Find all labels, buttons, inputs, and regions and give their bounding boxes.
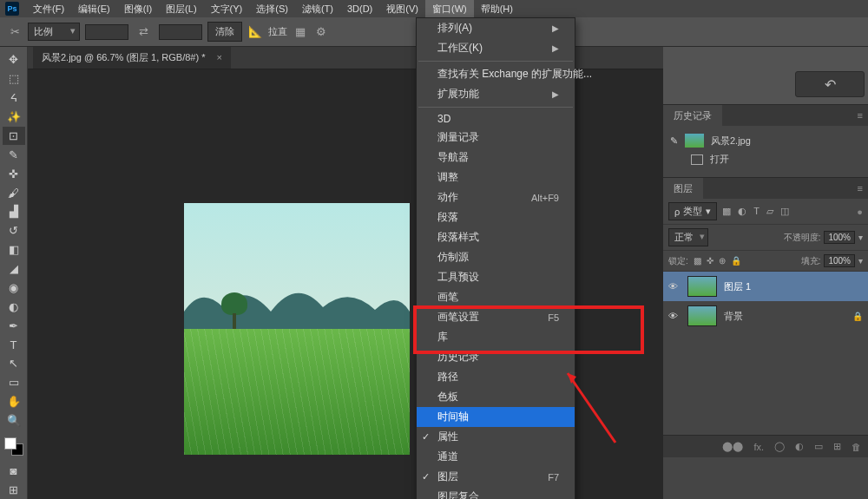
menu-0[interactable]: 文件(F)	[26, 0, 71, 18]
menu-item[interactable]: 动作Alt+F9	[417, 187, 575, 207]
heal-tool[interactable]: ✜	[3, 164, 25, 183]
menu-item[interactable]: 画笔设置F5	[417, 307, 575, 327]
document-tab[interactable]: 风景2.jpg @ 66.7% (图层 1, RGB/8#) * ×	[33, 47, 231, 69]
menu-item[interactable]: 工具预设	[417, 267, 575, 287]
layer-row[interactable]: 👁背景🔒	[663, 301, 868, 331]
mask-mode[interactable]: ◙	[3, 461, 25, 480]
marquee-tool[interactable]: ⬚	[3, 69, 25, 89]
menu-5[interactable]: 选择(S)	[249, 0, 295, 18]
ratio-select[interactable]: 比例	[28, 23, 80, 41]
history-snapshot[interactable]: ✎ 风景2.jpg	[668, 131, 863, 150]
link-icon[interactable]: ⬤⬤	[722, 441, 743, 452]
pen-tool[interactable]: ✒	[3, 316, 25, 335]
menu-item[interactable]: 色板	[417, 387, 575, 407]
opacity-value[interactable]: 100%	[824, 231, 855, 244]
menu-item[interactable]: 测量记录	[417, 128, 575, 148]
menu-1[interactable]: 编辑(E)	[71, 0, 117, 18]
menu-10[interactable]: 帮助(H)	[474, 0, 520, 18]
eraser-tool[interactable]: ◧	[3, 240, 25, 259]
layer-row[interactable]: 👁图层 1	[663, 272, 868, 301]
gradient-tool[interactable]: ◢	[3, 259, 25, 279]
menu-item[interactable]: 库	[417, 327, 575, 347]
swap-icon[interactable]: ⇄	[134, 25, 154, 38]
menu-item[interactable]: 路径	[417, 367, 575, 387]
canvas[interactable]	[184, 203, 410, 455]
history-step[interactable]: 打开	[668, 150, 863, 168]
filter-type-icon[interactable]: T	[753, 206, 760, 217]
menu-3[interactable]: 图层(L)	[159, 0, 203, 18]
group-icon[interactable]: ▭	[814, 441, 823, 452]
close-icon[interactable]: ×	[217, 52, 222, 62]
filter-toggle[interactable]: ●	[857, 207, 863, 217]
filter-pixel-icon[interactable]: ▩	[722, 206, 731, 217]
menu-item[interactable]: ✓图层F7	[417, 467, 575, 487]
zoom-tool[interactable]: 🔍	[3, 411, 25, 430]
visibility-icon[interactable]: 👁	[668, 281, 681, 292]
adjustment-icon[interactable]: ◐	[795, 441, 804, 452]
stamp-tool[interactable]: ▟	[3, 202, 25, 221]
layers-tab[interactable]: 图层	[663, 178, 703, 200]
ratio-w-field[interactable]	[85, 24, 128, 40]
lock-artboard-icon[interactable]: ⊕	[719, 256, 726, 266]
menu-item[interactable]: 查找有关 Exchange 的扩展功能...	[417, 64, 575, 84]
screen-mode[interactable]: ⊞	[3, 480, 25, 499]
menu-item[interactable]: 导航器	[417, 148, 575, 167]
eyedropper-tool[interactable]: ✎	[3, 145, 25, 164]
menu-9[interactable]: 窗口(W)	[425, 0, 474, 18]
filter-shape-icon[interactable]: ▱	[766, 206, 773, 217]
menu-item[interactable]: 仿制源	[417, 247, 575, 267]
filter-adjust-icon[interactable]: ◐	[738, 206, 746, 217]
blend-mode-select[interactable]: 正常	[668, 228, 708, 246]
menu-item[interactable]: 画笔	[417, 287, 575, 307]
mask-icon[interactable]: ◯	[774, 441, 785, 452]
visibility-icon[interactable]: 👁	[668, 311, 681, 321]
panel-menu-icon[interactable]: ≡	[852, 180, 868, 197]
fx-icon[interactable]: fx.	[753, 442, 764, 452]
menu-6[interactable]: 滤镜(T)	[295, 0, 340, 18]
menu-8[interactable]: 视图(V)	[379, 0, 425, 18]
wand-tool[interactable]: ✨	[3, 108, 25, 127]
menu-item[interactable]: 通道	[417, 447, 575, 467]
menu-item[interactable]: 历史记录	[417, 347, 575, 367]
shape-tool[interactable]: ▭	[3, 373, 25, 392]
menu-item[interactable]: ✓属性	[417, 427, 575, 447]
lasso-tool[interactable]: ᔦ	[3, 89, 25, 108]
menu-item[interactable]: 段落	[417, 207, 575, 227]
color-swatches[interactable]	[4, 437, 23, 456]
history-brush-tool[interactable]: ↺	[3, 221, 25, 240]
brush-tool[interactable]: 🖌	[3, 183, 25, 202]
lock-all-icon[interactable]: 🔒	[731, 256, 741, 266]
blur-tool[interactable]: ◉	[3, 279, 25, 298]
lock-position-icon[interactable]: ✜	[707, 256, 713, 266]
menu-item[interactable]: 3D	[417, 110, 575, 128]
crop-tool-icon[interactable]: ✂	[7, 24, 23, 40]
new-layer-icon[interactable]: ⊞	[833, 441, 841, 452]
menu-item[interactable]: 调整	[417, 167, 575, 187]
menu-item[interactable]: 图层复合	[417, 487, 575, 499]
clear-button[interactable]: 清除	[207, 22, 242, 42]
menu-4[interactable]: 文字(Y)	[204, 0, 250, 18]
panel-menu-icon[interactable]: ≡	[852, 107, 868, 124]
dodge-tool[interactable]: ◐	[3, 297, 25, 316]
move-tool[interactable]: ✥	[3, 50, 25, 69]
crop-tool[interactable]: ⊡	[3, 127, 25, 146]
menu-7[interactable]: 3D(D)	[340, 1, 379, 16]
hand-tool[interactable]: ✋	[3, 392, 25, 411]
trash-icon[interactable]: 🗑	[852, 442, 861, 452]
type-tool[interactable]: T	[3, 335, 25, 354]
filter-smart-icon[interactable]: ◫	[780, 206, 789, 217]
menu-item[interactable]: 时间轴	[417, 407, 575, 427]
menu-item[interactable]: 工作区(K)▶	[417, 38, 575, 58]
lock-pixels-icon[interactable]: ▩	[694, 256, 701, 266]
menu-item[interactable]: 段落样式	[417, 227, 575, 247]
straighten-icon[interactable]: 📐	[247, 24, 263, 40]
gear-icon[interactable]: ⚙	[313, 24, 329, 40]
filter-type-select[interactable]: ρ 类型 ▾	[668, 202, 717, 220]
grid-icon[interactable]: ▦	[293, 24, 308, 40]
ratio-h-field[interactable]	[159, 24, 202, 40]
collapse-panels-button[interactable]: ↶	[795, 71, 865, 97]
menu-2[interactable]: 图像(I)	[117, 0, 159, 18]
menu-item[interactable]: 排列(A)▶	[417, 18, 575, 38]
fill-value[interactable]: 100%	[824, 254, 855, 267]
path-tool[interactable]: ↖	[3, 354, 25, 373]
